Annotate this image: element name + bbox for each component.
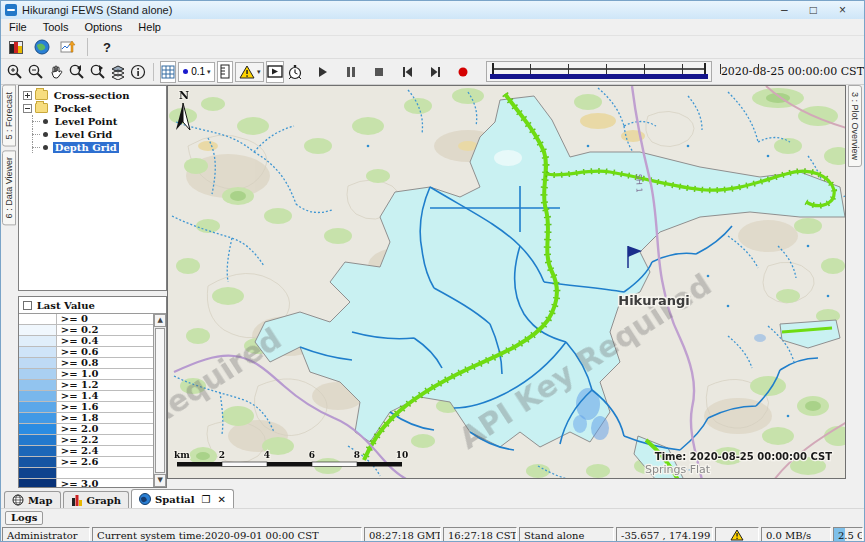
scroll-up-icon[interactable]: ▲ [154, 314, 166, 327]
right-tab-strip: 3 : Plot Overview [846, 85, 864, 488]
legend-color-swatch [19, 347, 57, 357]
minimize-button[interactable]: – [781, 1, 788, 19]
tree-item-label: Cross-section [52, 90, 132, 101]
collapse-icon[interactable] [23, 104, 32, 113]
map-viewport[interactable]: API Key Required API Key Required N km 2… [167, 85, 846, 479]
bullet-icon [43, 119, 48, 124]
zoom-out-icon [27, 63, 44, 80]
tab-spatial[interactable]: Spatial ❐ ✕ [131, 489, 234, 508]
maximize-button[interactable]: □ [810, 1, 817, 19]
legend-color-swatch [19, 391, 57, 401]
pause-button[interactable] [340, 61, 362, 83]
tab-data-viewer[interactable]: 6 : Data Viewer [2, 150, 16, 225]
svg-text:6: 6 [309, 450, 315, 460]
tab-map[interactable]: Map [4, 491, 61, 508]
zoom-in-button[interactable] [5, 61, 24, 83]
legend-row-label: >= 2.8 [57, 468, 99, 478]
animation-dialog-button[interactable] [266, 61, 284, 83]
bottom-tab-bar: Map Graph Spatial ❐ ✕ [1, 488, 864, 508]
grid-display-button[interactable] [160, 61, 176, 83]
menu-file[interactable]: File [1, 21, 35, 33]
pan-button[interactable] [47, 61, 65, 83]
legend-row-label: >= 0 [57, 314, 88, 324]
expand-icon[interactable] [23, 91, 32, 100]
zoom-previous-button[interactable] [67, 61, 86, 83]
road-label: SH 1 [634, 174, 644, 193]
help-button[interactable]: ? [96, 36, 118, 58]
town-label: Hikurangi [618, 293, 689, 308]
time-slider[interactable] [486, 61, 711, 82]
window-title: Hikurangi FEWS (Stand alone) [22, 4, 172, 16]
layers-button[interactable] [109, 61, 127, 83]
tree-item-label: Pocket [52, 103, 94, 114]
skip-to-end-icon [430, 67, 441, 77]
status-transfer-rate: 0.0 MB/s [761, 527, 831, 542]
map-time-label: Time: 2020-08-25 00:00:00 CST [655, 451, 832, 462]
zoom-next-button[interactable] [88, 61, 107, 83]
tree-item-level-point[interactable]: Level Point [19, 115, 166, 127]
warning-filter-dropdown[interactable]: ▾ [235, 62, 265, 82]
tab-graph[interactable]: Graph [63, 491, 130, 508]
scroll-down-icon[interactable]: ▼ [154, 474, 166, 487]
scale-bar-button[interactable] [217, 61, 233, 83]
status-warning-cell[interactable] [715, 527, 759, 542]
status-memory: 2.5 GB [833, 527, 863, 542]
menu-tools[interactable]: Tools [35, 21, 77, 33]
tab-plot-overview[interactable]: 3 : Plot Overview [848, 85, 862, 167]
contour-interval-dropdown[interactable]: 0.1 ▾ [178, 62, 214, 82]
stop-icon [374, 67, 384, 77]
record-button[interactable] [452, 61, 474, 83]
timeseries-dialog-button[interactable] [57, 36, 79, 58]
legend-row-label: >= 0.4 [57, 336, 99, 346]
legend-color-swatch [19, 336, 57, 346]
menu-options[interactable]: Options [76, 21, 130, 33]
close-tab-icon[interactable]: ✕ [217, 494, 225, 505]
last-value-checkbox[interactable] [23, 301, 32, 310]
tree-item-depth-grid[interactable]: Depth Grid [19, 141, 166, 153]
tree-item-level-grid[interactable]: Level Grid [19, 128, 166, 140]
zoom-out-button[interactable] [26, 61, 45, 83]
tree-item-cross-section[interactable]: Cross-section [19, 89, 166, 101]
map-canvas[interactable]: API Key Required API Key Required N km 2… [168, 86, 846, 479]
tree-item-label: Level Point [53, 116, 119, 127]
float-tab-icon[interactable]: ❐ [202, 494, 211, 505]
chevron-down-icon: ▾ [207, 68, 211, 76]
play-button[interactable] [312, 61, 334, 83]
tree-item-label: Level Grid [53, 129, 114, 140]
legend-color-swatch [19, 325, 57, 335]
time-settings-button[interactable] [286, 61, 304, 83]
legend-row-label: >= 1.2 [57, 380, 99, 390]
svg-text:10: 10 [396, 450, 409, 460]
legend-row-label: >= 2.4 [57, 446, 99, 456]
legend-color-swatch [19, 369, 57, 379]
data-explorer-button[interactable] [5, 36, 27, 58]
info-icon [130, 64, 146, 80]
chart-arrow-icon [60, 39, 76, 55]
map-bottom-gap [167, 479, 846, 488]
warning-icon [239, 65, 255, 79]
close-button[interactable]: × [839, 1, 846, 19]
legend-color-swatch [19, 424, 57, 434]
spatial-display-button[interactable] [31, 36, 53, 58]
legend-color-swatch [19, 446, 57, 456]
left-tab-strip: 5 : Forecast 6 : Data Viewer [1, 85, 18, 488]
stop-button[interactable] [368, 61, 390, 83]
boxed-play-icon [267, 65, 283, 78]
legend-row-label: >= 0.2 [57, 325, 99, 335]
tab-forecast[interactable]: 5 : Forecast [2, 85, 16, 147]
tree-item-pocket[interactable]: Pocket [19, 102, 166, 114]
layers-icon [110, 64, 126, 80]
tab-spatial-label: Spatial [155, 494, 194, 505]
legend-color-swatch [19, 479, 57, 487]
legend-scrollbar[interactable]: ▲ ▼ [153, 314, 166, 487]
step-forward-button[interactable] [424, 61, 446, 83]
step-back-button[interactable] [396, 61, 418, 83]
legend-color-swatch [19, 468, 57, 478]
logs-tab[interactable]: Logs [5, 511, 43, 525]
scroll-thumb[interactable] [155, 328, 165, 473]
info-button[interactable] [129, 61, 147, 83]
menu-help[interactable]: Help [130, 21, 169, 33]
play-icon [318, 67, 328, 77]
status-gmt-time: 08:27:18 GMT [364, 527, 441, 542]
logs-bar: Logs [1, 508, 864, 526]
